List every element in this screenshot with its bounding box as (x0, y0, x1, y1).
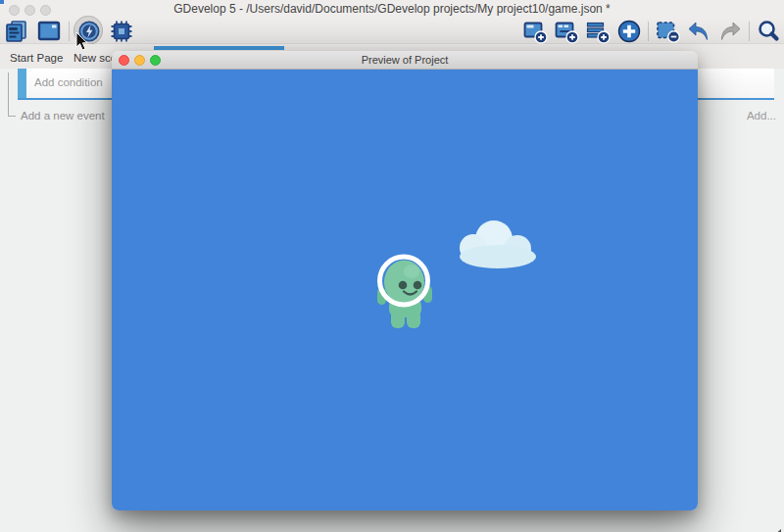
main-titlebar: GDevelop 5 - /Users/david/Documents/GDev… (0, 0, 784, 18)
event-tree-line (8, 73, 9, 116)
project-manager-icon[interactable] (4, 19, 29, 44)
toolbar-separator (69, 22, 70, 41)
search-icon[interactable] (756, 19, 781, 44)
preview-window-title: Preview of Project (112, 54, 698, 66)
active-tab-indicator (154, 46, 284, 50)
alien-player-sprite (377, 257, 432, 328)
bottom-right-artifact (772, 523, 781, 532)
toolbar-separator (749, 22, 750, 41)
add-sub-event-icon[interactable] (554, 19, 579, 44)
add-event-icon[interactable] (522, 19, 548, 44)
scene-editor-icon[interactable] (36, 19, 62, 44)
cloud-sprite (460, 220, 536, 268)
delete-event-icon[interactable] (655, 19, 680, 44)
add-other-event-icon[interactable] (585, 19, 611, 44)
event-drag-handle[interactable] (18, 69, 26, 98)
debugger-icon[interactable] (109, 19, 134, 44)
main-toolbar (0, 18, 784, 44)
preview-titlebar[interactable]: Preview of Project (112, 51, 698, 70)
add-action-link[interactable]: Add... (747, 110, 776, 121)
toolbar-separator (648, 22, 649, 41)
undo-icon[interactable] (686, 19, 711, 44)
preview-window[interactable]: Preview of Project (112, 51, 698, 510)
game-canvas[interactable] (112, 70, 698, 510)
event-tree-line (8, 116, 16, 117)
mouse-cursor (75, 32, 88, 55)
corner-artifact (0, 0, 4, 4)
add-new-event-link[interactable]: Add a new event (21, 110, 105, 121)
tab-start-page[interactable]: Start Page (10, 52, 63, 64)
window-title: GDevelop 5 - /Users/david/Documents/GDev… (0, 2, 784, 16)
choose-add-event-icon[interactable] (616, 19, 642, 44)
redo-icon[interactable] (717, 19, 743, 44)
